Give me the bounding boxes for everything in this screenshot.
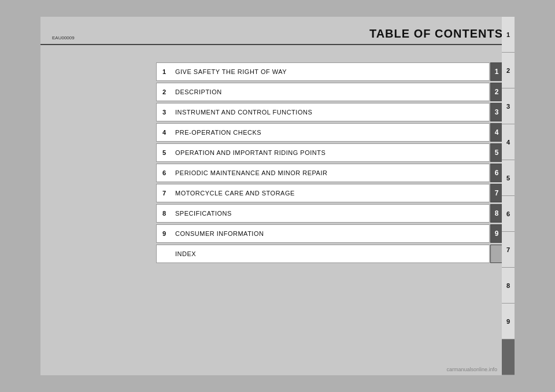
toc-tab-index [490, 245, 503, 263]
tab-label-7: 7 [506, 246, 510, 253]
right-tab-strip: 1 2 3 4 5 6 7 8 9 [502, 17, 515, 375]
toc-entry-7[interactable]: 7 MOTORCYCLE CARE AND STORAGE [156, 184, 490, 202]
toc-entry-6[interactable]: 6 PERIODIC MAINTENANCE AND MINOR REPAIR [156, 164, 490, 182]
toc-entry-index[interactable]: INDEX [156, 245, 490, 263]
watermark: carmanualsonline.info [446, 367, 497, 372]
tab-8[interactable]: 8 [502, 268, 515, 304]
tab-5[interactable]: 5 [502, 160, 515, 196]
toc-label-3: INSTRUMENT AND CONTROL FUNCTIONS [175, 109, 312, 116]
toc-num-9: 9 [162, 230, 171, 237]
toc-tab-9: 9 [490, 224, 503, 243]
main-content: 1 GIVE SAFETY THE RIGHT OF WAY 1 2 DESCR… [40, 45, 515, 276]
toc-row-3: 3 INSTRUMENT AND CONTROL FUNCTIONS 3 [156, 103, 503, 121]
toc-entry-5[interactable]: 5 OPERATION AND IMPORTANT RIDING POINTS [156, 143, 490, 162]
toc-label-8: SPECIFICATIONS [175, 210, 232, 217]
tab-label-8: 8 [506, 282, 510, 289]
toc-row-6: 6 PERIODIC MAINTENANCE AND MINOR REPAIR … [156, 164, 503, 182]
tab-label-6: 6 [506, 210, 510, 217]
toc-tab-7: 7 [490, 184, 503, 202]
toc-num-1: 1 [162, 68, 171, 75]
toc-num-4: 4 [162, 129, 171, 136]
page-header: EAU00009 TABLE OF CONTENTS [40, 17, 515, 45]
toc-row-2: 2 DESCRIPTION 2 [156, 83, 503, 101]
tab-7[interactable]: 7 [502, 232, 515, 268]
doc-id: EAU00009 [52, 35, 75, 40]
toc-row-1: 1 GIVE SAFETY THE RIGHT OF WAY 1 [156, 62, 503, 81]
tab-label-2: 2 [506, 67, 510, 74]
toc-row-9: 9 CONSUMER INFORMATION 9 [156, 224, 503, 243]
toc-row-8: 8 SPECIFICATIONS 8 [156, 204, 503, 223]
toc-tab-8: 8 [490, 204, 503, 223]
toc-entry-2[interactable]: 2 DESCRIPTION [156, 83, 490, 101]
page-title: TABLE OF CONTENTS [369, 27, 503, 40]
toc-row-index: INDEX [156, 245, 503, 263]
toc-label-1: GIVE SAFETY THE RIGHT OF WAY [175, 68, 287, 75]
toc-tab-4: 4 [490, 123, 503, 142]
toc-label-2: DESCRIPTION [175, 88, 222, 95]
toc-tab-2: 2 [490, 83, 503, 101]
toc-entry-4[interactable]: 4 PRE-OPERATION CHECKS [156, 123, 490, 142]
toc-label-7: MOTORCYCLE CARE AND STORAGE [175, 190, 295, 197]
tab-label-1: 1 [506, 31, 510, 38]
toc-label-5: OPERATION AND IMPORTANT RIDING POINTS [175, 149, 325, 156]
toc-num-6: 6 [162, 169, 171, 176]
tab-index [502, 339, 515, 375]
toc-label-9: CONSUMER INFORMATION [175, 230, 264, 237]
toc-tab-6: 6 [490, 164, 503, 182]
toc-entry-9[interactable]: 9 CONSUMER INFORMATION [156, 224, 490, 243]
tab-1[interactable]: 1 [502, 17, 515, 53]
toc-row-7: 7 MOTORCYCLE CARE AND STORAGE 7 [156, 184, 503, 202]
tab-9[interactable]: 9 [502, 304, 515, 339]
tab-4[interactable]: 4 [502, 124, 515, 160]
toc-num-3: 3 [162, 109, 171, 116]
tab-2[interactable]: 2 [502, 53, 515, 88]
toc-label-4: PRE-OPERATION CHECKS [175, 129, 261, 136]
toc-num-2: 2 [162, 88, 171, 95]
tab-label-3: 3 [506, 103, 510, 110]
page-container: 1 2 3 4 5 6 7 8 9 EAU00009 TABLE OF CONT… [40, 17, 515, 375]
toc-label-index: INDEX [175, 250, 196, 257]
toc-tab-1: 1 [490, 62, 503, 81]
toc-num-7: 7 [162, 190, 171, 197]
tab-3[interactable]: 3 [502, 88, 515, 124]
toc-tab-5: 5 [490, 143, 503, 162]
toc-label-6: PERIODIC MAINTENANCE AND MINOR REPAIR [175, 169, 327, 176]
toc-num-8: 8 [162, 210, 171, 217]
toc-tab-3: 3 [490, 103, 503, 121]
toc-entry-8[interactable]: 8 SPECIFICATIONS [156, 204, 490, 223]
tab-label-9: 9 [506, 318, 510, 325]
toc-entry-1[interactable]: 1 GIVE SAFETY THE RIGHT OF WAY [156, 62, 490, 81]
tab-label-4: 4 [506, 139, 510, 146]
tab-6[interactable]: 6 [502, 196, 515, 232]
toc-list: 1 GIVE SAFETY THE RIGHT OF WAY 1 2 DESCR… [156, 62, 503, 265]
toc-num-5: 5 [162, 149, 171, 156]
toc-row-5: 5 OPERATION AND IMPORTANT RIDING POINTS … [156, 143, 503, 162]
toc-entry-3[interactable]: 3 INSTRUMENT AND CONTROL FUNCTIONS [156, 103, 490, 121]
tab-label-5: 5 [506, 175, 510, 182]
toc-row-4: 4 PRE-OPERATION CHECKS 4 [156, 123, 503, 142]
